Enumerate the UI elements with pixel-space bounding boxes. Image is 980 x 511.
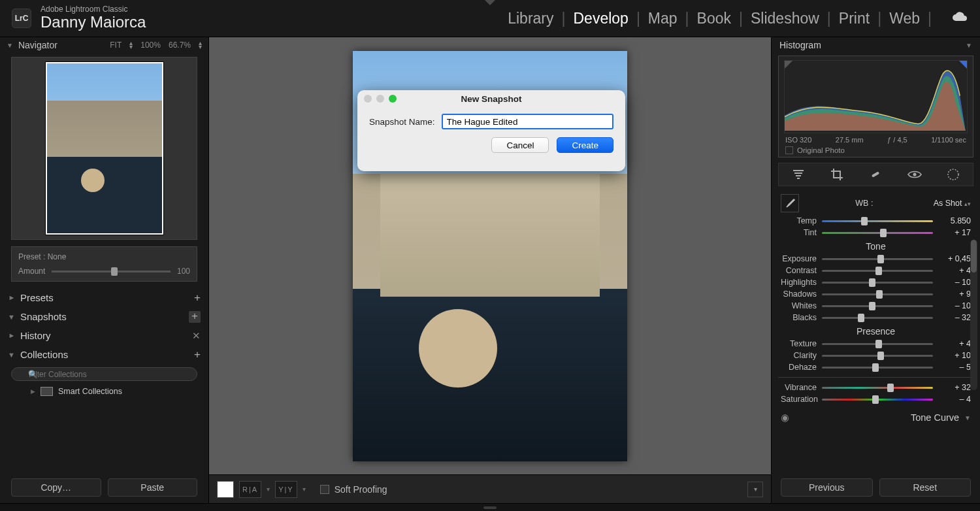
navigator-thumbnail bbox=[46, 62, 163, 235]
navigator-title: Navigator bbox=[18, 40, 57, 50]
preset-amount-value: 100 bbox=[177, 267, 190, 276]
slider-contrast[interactable]: Contrast+ 4 bbox=[772, 265, 980, 276]
dropdown-icon[interactable]: ▾ bbox=[302, 486, 306, 493]
original-photo-checkbox[interactable] bbox=[785, 146, 793, 154]
toolbar-menu-button[interactable]: ▾ bbox=[747, 482, 763, 497]
wb-eyedropper-icon[interactable] bbox=[781, 194, 799, 212]
slider-exposure[interactable]: Exposure+ 0,45 bbox=[772, 253, 980, 265]
preset-label: Preset : None bbox=[18, 252, 190, 261]
previous-button[interactable]: Previous bbox=[781, 478, 873, 497]
slider-shadows[interactable]: Shadows+ 9 bbox=[772, 288, 980, 300]
zoom-66[interactable]: 66.7% bbox=[169, 41, 191, 50]
app-logo: LrC bbox=[12, 8, 31, 28]
redeye-tool-icon[interactable] bbox=[907, 167, 923, 182]
slider-saturation[interactable]: Saturation– 4 bbox=[772, 393, 980, 405]
slider-blacks[interactable]: Blacks– 32 bbox=[772, 312, 980, 323]
slider-vibrance[interactable]: Vibrance+ 32 bbox=[772, 382, 980, 393]
module-develop[interactable]: Develop bbox=[573, 10, 628, 27]
collections-add-icon[interactable]: + bbox=[194, 348, 201, 361]
crop-tool-icon[interactable] bbox=[829, 167, 845, 182]
hist-focal: 27.5 mm bbox=[836, 136, 864, 144]
hist-aperture: ƒ / 4,5 bbox=[887, 136, 907, 144]
traffic-minimize-icon[interactable] bbox=[376, 95, 384, 103]
preset-preview-box: Preset : None Amount 100 bbox=[11, 246, 197, 282]
slider-clarity[interactable]: Clarity+ 10 bbox=[772, 350, 980, 361]
panel-collapse-top-icon[interactable] bbox=[485, 0, 495, 5]
original-photo-label: Original Photo bbox=[797, 146, 845, 154]
module-print[interactable]: Print bbox=[839, 10, 870, 27]
heal-tool-icon[interactable] bbox=[868, 167, 883, 182]
before-after-yy-button[interactable]: Y|Y bbox=[275, 481, 297, 498]
preset-amount-label: Amount bbox=[18, 267, 45, 276]
copy-settings-button[interactable]: Copy… bbox=[11, 478, 101, 497]
panel-history[interactable]: ▼History ✕ bbox=[0, 326, 208, 345]
masking-tool-icon[interactable] bbox=[945, 167, 961, 182]
slider-temp[interactable]: Temp5.850 bbox=[772, 215, 980, 227]
slider-tint[interactable]: Tint+ 17 bbox=[772, 227, 980, 239]
left-panel: ▼ Navigator FIT▴▾ 100% 66.7%▴▾ Preset : … bbox=[0, 37, 209, 503]
filmstrip-collapse-handle[interactable] bbox=[0, 503, 980, 511]
before-after-ra-button[interactable]: R|A bbox=[239, 481, 261, 498]
snapshot-name-input[interactable] bbox=[442, 114, 613, 129]
mask-tool-icon[interactable] bbox=[791, 167, 806, 182]
disclosure-triangle-icon: ▼ bbox=[7, 42, 13, 49]
presence-title: Presence bbox=[772, 326, 980, 337]
zoom-100[interactable]: 100% bbox=[140, 41, 161, 50]
navigator-header[interactable]: ▼ Navigator FIT▴▾ 100% 66.7%▴▾ bbox=[0, 37, 208, 53]
histogram-box: ISO 320 27.5 mm ƒ / 4,5 1/1100 sec Origi… bbox=[778, 56, 973, 157]
histogram-header[interactable]: Histogram ▼ bbox=[772, 37, 980, 53]
slider-whites[interactable]: Whites– 10 bbox=[772, 300, 980, 312]
panel-collections[interactable]: ▼Collections + bbox=[0, 345, 208, 364]
navigator-preview[interactable] bbox=[11, 57, 197, 240]
right-scrollbar[interactable] bbox=[970, 240, 977, 390]
disclosure-triangle-icon: ▶ bbox=[31, 388, 35, 395]
module-book[interactable]: Book bbox=[697, 10, 731, 27]
presets-add-icon[interactable]: + bbox=[194, 291, 201, 305]
snapshot-name-label: Snapshot Name: bbox=[369, 117, 435, 127]
center-panel: R|A ▾ Y|Y ▾ Soft Proofing ▾ New Snapshot bbox=[209, 37, 771, 503]
module-library[interactable]: Library bbox=[508, 10, 553, 27]
identity-plate: Danny Maiorca bbox=[41, 14, 146, 31]
dropdown-icon[interactable]: ▾ bbox=[267, 486, 270, 493]
slider-texture[interactable]: Texture+ 4 bbox=[772, 338, 980, 350]
module-web[interactable]: Web bbox=[889, 10, 920, 27]
create-button[interactable]: Create bbox=[557, 137, 613, 153]
slider-highlights[interactable]: Highlights– 10 bbox=[772, 276, 980, 288]
wb-label: WB : bbox=[855, 199, 873, 208]
filter-collections-input[interactable] bbox=[11, 367, 197, 381]
cloud-sync-icon[interactable] bbox=[951, 10, 968, 27]
visibility-icon[interactable]: ◉ bbox=[781, 412, 789, 423]
app-titlebar: LrC Adobe Lightroom Classic Danny Maiorc… bbox=[0, 0, 980, 37]
right-panel: Histogram ▼ ISO 320 27.5 mm ƒ / 4,5 1/11… bbox=[771, 37, 980, 503]
disclosure-triangle-icon: ▼ bbox=[966, 42, 972, 49]
panel-presets[interactable]: ▼Presets + bbox=[0, 288, 208, 307]
hist-shutter: 1/1100 sec bbox=[931, 136, 966, 144]
histogram-chart[interactable] bbox=[784, 60, 968, 133]
wb-dropdown[interactable]: As Shot ▴▾ bbox=[934, 199, 971, 208]
svg-point-1 bbox=[913, 173, 916, 176]
smart-collection-icon bbox=[41, 387, 53, 396]
traffic-close-icon[interactable] bbox=[364, 95, 372, 103]
svg-rect-0 bbox=[872, 171, 879, 177]
module-slideshow[interactable]: Slideshow bbox=[751, 10, 819, 27]
search-icon: 🔍 bbox=[28, 370, 38, 379]
cancel-button[interactable]: Cancel bbox=[491, 137, 549, 153]
new-snapshot-dialog: New Snapshot Snapshot Name: Cancel Creat… bbox=[357, 90, 625, 171]
soft-proofing-checkbox[interactable] bbox=[320, 485, 329, 494]
history-clear-icon[interactable]: ✕ bbox=[192, 330, 201, 342]
slider-dehaze[interactable]: Dehaze– 5 bbox=[772, 361, 980, 373]
tone-curve-header[interactable]: ◉ Tone Curve ▼ bbox=[772, 409, 980, 426]
panel-snapshots[interactable]: ▼Snapshots + bbox=[0, 307, 208, 326]
module-map[interactable]: Map bbox=[648, 10, 678, 27]
hist-iso: ISO 320 bbox=[785, 136, 811, 144]
app-info: Adobe Lightroom Classic Danny Maiorca bbox=[41, 5, 146, 31]
reset-button[interactable]: Reset bbox=[879, 478, 972, 497]
smart-collections-item[interactable]: ▶ Smart Collections bbox=[31, 387, 197, 396]
loupe-view-button[interactable] bbox=[217, 481, 234, 498]
zoom-fit[interactable]: FIT bbox=[110, 41, 122, 50]
paste-settings-button[interactable]: Paste bbox=[108, 478, 198, 497]
preset-amount-slider[interactable] bbox=[52, 271, 171, 272]
snapshots-add-icon[interactable]: + bbox=[189, 311, 201, 323]
traffic-zoom-icon[interactable] bbox=[389, 95, 397, 103]
svg-point-2 bbox=[948, 169, 958, 180]
